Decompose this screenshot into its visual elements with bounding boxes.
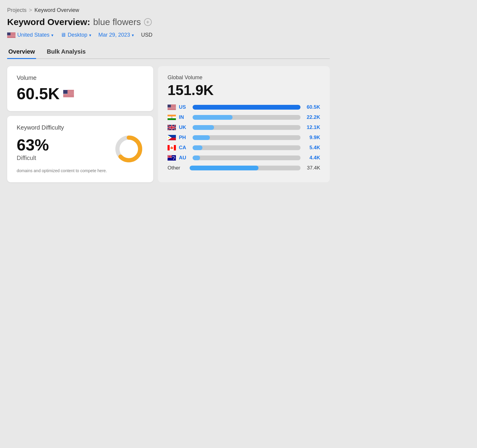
svg-rect-13 (7, 32, 10, 35)
svg-point-53 (168, 137, 169, 138)
volume-card: Volume 60.5K (7, 66, 153, 111)
bar-fill-ca (193, 145, 202, 150)
country-label: United States (17, 32, 49, 38)
add-keyword-button[interactable]: + (144, 18, 152, 26)
svg-rect-42 (168, 110, 176, 110)
svg-text:🍁: 🍁 (170, 146, 174, 150)
volume-us-flag-icon (63, 90, 74, 97)
kd-card: Keyword Difficulty 63% Difficult domain (7, 116, 153, 182)
tabs-row: Overview Bulk Analysis (7, 45, 330, 59)
country-row-in: IN 22.2K (168, 114, 320, 120)
bar-fill-us (193, 105, 301, 110)
us-flag-icon (168, 104, 176, 110)
bar-fill-ph (193, 135, 210, 140)
device-label: Desktop (68, 32, 87, 38)
country-row-uk: UK 12.1K (168, 125, 320, 130)
other-label: Other (168, 165, 187, 171)
country-val-au: 4.4K (303, 155, 320, 161)
country-code-ph: PH (179, 135, 190, 141)
date-filter[interactable]: Mar 29, 2023 ▾ (98, 32, 134, 38)
desktop-icon: 🖥 (61, 32, 66, 38)
global-volume-label: Global Volume (168, 74, 320, 81)
au-flag-icon (168, 155, 176, 161)
ca-flag-icon: 🍁 (168, 145, 176, 151)
kd-difficulty: Difficult (17, 155, 104, 161)
svg-rect-11 (7, 37, 16, 37)
svg-rect-38 (168, 108, 176, 108)
country-row-au: AU 4.4K (168, 155, 320, 161)
country-row-ca: 🍁 CA 5.4K (168, 145, 320, 151)
svg-rect-44 (168, 115, 176, 116)
country-val-in: 22.2K (303, 114, 320, 120)
volume-label: Volume (17, 74, 144, 81)
other-row: Other 37.4K (168, 165, 320, 171)
volume-value-row: 60.5K (17, 84, 144, 103)
uk-flag-icon (168, 125, 176, 130)
bar-track-us (193, 105, 301, 110)
svg-rect-40 (168, 109, 176, 109)
svg-rect-12 (7, 37, 16, 38)
tab-bulk-analysis[interactable]: Bulk Analysis (46, 45, 87, 59)
svg-point-60 (174, 158, 175, 158)
svg-rect-8 (7, 36, 16, 36)
breadcrumb-separator: > (29, 7, 32, 13)
bar-fill-uk (193, 125, 214, 130)
svg-rect-10 (7, 36, 16, 37)
device-filter[interactable]: 🖥 Desktop ▾ (61, 32, 91, 38)
left-column: Volume 60.5K (7, 66, 153, 182)
us-flag-icon (7, 32, 16, 38)
breadcrumb-parent[interactable]: Projects (7, 7, 27, 13)
page-title: Keyword Overview: blue flowers + (7, 17, 330, 27)
kd-row: 63% Difficult (17, 134, 144, 164)
bar-track-au (193, 155, 301, 160)
country-row-ph: PH 9.9K (168, 135, 320, 141)
date-chevron: ▾ (132, 33, 134, 38)
country-chevron: ▾ (51, 33, 53, 38)
svg-point-62 (173, 156, 174, 157)
svg-point-61 (174, 156, 175, 157)
svg-rect-54 (168, 145, 170, 150)
kd-percent: 63% (17, 137, 104, 153)
global-volume-value: 151.9K (168, 82, 320, 98)
svg-rect-41 (168, 109, 176, 109)
bar-track-other (190, 166, 301, 170)
donut-center (121, 141, 137, 157)
svg-rect-25 (63, 96, 74, 97)
kd-left: 63% Difficult (17, 137, 104, 161)
date-label: Mar 29, 2023 (98, 32, 130, 38)
country-val-ca: 5.4K (303, 145, 320, 151)
svg-rect-21 (63, 94, 74, 94)
filters-row: United States ▾ 🖥 Desktop ▾ Mar 29, 2023… (7, 32, 330, 38)
kd-donut-chart (114, 134, 144, 164)
country-code-us: US (179, 104, 190, 110)
device-chevron: ▾ (89, 33, 91, 38)
country-filter[interactable]: United States ▾ (7, 32, 53, 38)
svg-rect-46 (168, 118, 176, 120)
svg-rect-7 (7, 35, 16, 35)
country-code-in: IN (179, 114, 190, 120)
keyword-value: blue flowers (93, 17, 141, 27)
bar-track-in (193, 115, 301, 120)
svg-rect-26 (63, 97, 74, 97)
svg-point-59 (173, 159, 174, 160)
svg-rect-27 (63, 90, 67, 94)
country-val-ph: 9.9K (303, 135, 320, 141)
bar-track-ph (193, 135, 301, 140)
main-content: Volume 60.5K (7, 66, 330, 182)
tab-overview[interactable]: Overview (7, 45, 36, 59)
svg-rect-22 (63, 94, 74, 95)
bar-fill-in (193, 115, 233, 120)
svg-rect-9 (7, 36, 16, 36)
bar-fill-other (190, 166, 258, 170)
country-val-uk: 12.1K (303, 125, 320, 130)
ph-flag-icon (168, 135, 176, 141)
bar-track-ca (193, 145, 301, 150)
svg-rect-39 (168, 108, 176, 108)
volume-number: 60.5K (17, 84, 60, 103)
in-flag-icon (168, 114, 176, 120)
bar-track-uk (193, 125, 301, 130)
country-row-us: US 60.5K (168, 104, 320, 110)
country-code-au: AU (179, 155, 190, 161)
svg-rect-37 (168, 108, 176, 108)
svg-rect-23 (63, 95, 74, 96)
